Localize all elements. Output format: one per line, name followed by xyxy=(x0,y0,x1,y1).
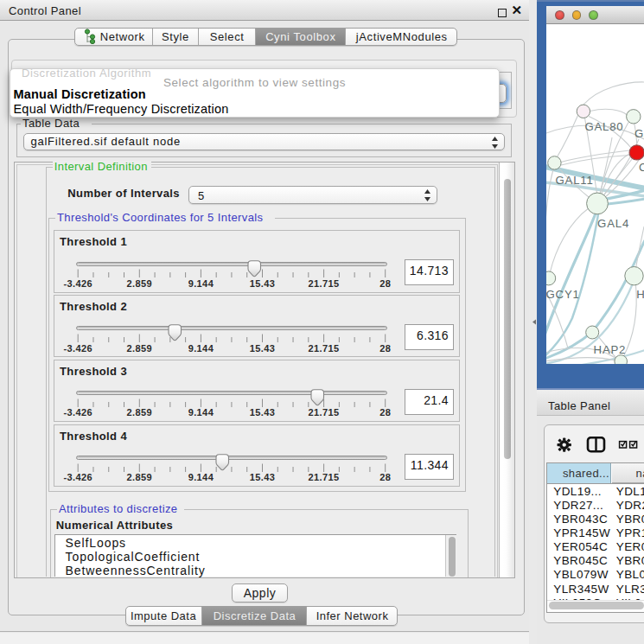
svg-text:GAL: GAL xyxy=(634,127,644,140)
svg-text:GAL80: GAL80 xyxy=(584,121,623,134)
svg-text:GAL4: GAL4 xyxy=(597,218,629,231)
svg-text:H: H xyxy=(636,288,644,301)
svg-text:GCY1: GCY1 xyxy=(546,289,580,302)
svg-text:HAP2: HAP2 xyxy=(593,343,626,356)
svg-text:GAL11: GAL11 xyxy=(555,174,593,187)
svg-text:C: C xyxy=(639,162,644,175)
